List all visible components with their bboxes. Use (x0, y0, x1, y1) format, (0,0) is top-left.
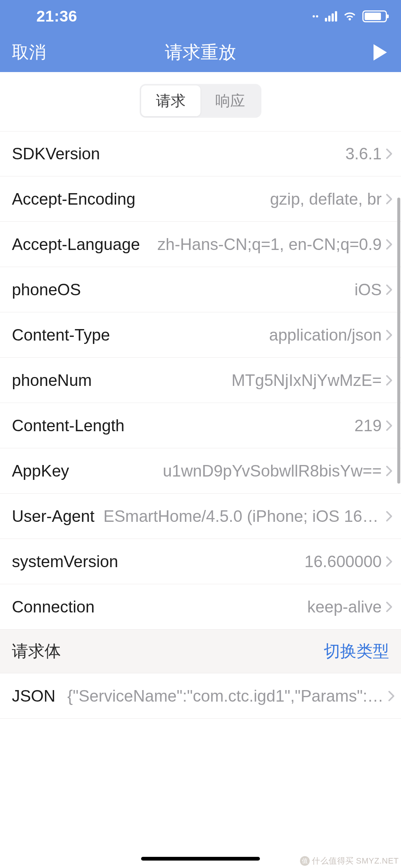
battery-icon (362, 10, 387, 22)
status-time: 21:36 (36, 7, 77, 25)
header-value: application/json (269, 326, 382, 344)
cancel-button[interactable]: 取消 (12, 41, 46, 64)
status-icons (313, 10, 387, 22)
header-key: Connection (12, 598, 104, 616)
watermark-badge-icon: 值 (300, 856, 310, 866)
dual-sim-dots-icon (313, 15, 318, 17)
header-key: Accept-Encoding (12, 190, 144, 208)
header-key: User-Agent (12, 507, 104, 526)
tab-response[interactable]: 响应 (200, 85, 260, 116)
header-value: keep-alive (307, 598, 382, 616)
header-key: Accept-Language (12, 235, 149, 254)
header-key: systemVersion (12, 552, 127, 571)
header-row[interactable]: SDKVersion3.6.1 (0, 131, 401, 176)
bottom-spacer (0, 719, 401, 868)
chevron-right-icon (382, 239, 397, 250)
body-section-header: 请求体 切换类型 (0, 630, 401, 673)
header-row[interactable]: phoneNumMTg5NjIxNjYwMzE= (0, 358, 401, 403)
header-value: zh-Hans-CN;q=1, en-CN;q=0.9 (157, 235, 382, 254)
page-title: 请求重放 (165, 40, 236, 64)
body-row-key: JSON (12, 687, 67, 705)
wifi-icon (342, 11, 357, 22)
status-bar: 21:36 (0, 0, 401, 33)
watermark-text: 什么值得买 (312, 855, 354, 867)
header-value: ESmartHome/4.5.0 (iPhone; iOS 16.6; S… (104, 507, 382, 526)
header-row[interactable]: Accept-Encodinggzip, deflate, br (0, 176, 401, 222)
chevron-right-icon (382, 329, 397, 341)
header-value: 16.600000 (304, 552, 382, 571)
tab-request[interactable]: 请求 (141, 85, 200, 116)
header-key: Content-Length (12, 416, 133, 435)
body-section-title: 请求体 (12, 640, 61, 662)
segmented-control: 请求 响应 (140, 84, 261, 118)
header-value: MTg5NjIxNjYwMzE= (231, 371, 382, 390)
chevron-right-icon (382, 375, 397, 386)
body-row[interactable]: JSON {"ServiceName":"com.ctc.igd1","Para… (0, 673, 401, 719)
cellular-signal-icon (325, 11, 337, 22)
chevron-right-icon (382, 420, 397, 431)
header-value: gzip, deflate, br (270, 190, 382, 208)
chevron-right-icon (382, 601, 397, 612)
scroll-indicator[interactable] (397, 198, 400, 484)
header-key: Content-Type (12, 326, 119, 344)
header-key: AppKey (12, 462, 78, 480)
chevron-right-icon (382, 284, 397, 295)
nav-bar: 取消 请求重放 (0, 33, 401, 72)
chevron-right-icon (382, 511, 397, 522)
header-row[interactable]: Content-Length219 (0, 403, 401, 448)
chevron-right-icon (386, 690, 401, 702)
play-icon (370, 43, 389, 62)
header-row[interactable]: Content-Typeapplication/json (0, 312, 401, 358)
header-key: SDKVersion (12, 144, 109, 163)
headers-list: SDKVersion3.6.1Accept-Encodinggzip, defl… (0, 131, 401, 630)
watermark-site: SMYZ.NET (356, 856, 399, 866)
chevron-right-icon (382, 465, 397, 477)
header-row[interactable]: AppKeyu1wnD9pYvSobwllR8bisYw== (0, 448, 401, 494)
header-key: phoneNum (12, 371, 101, 390)
header-row[interactable]: phoneOSiOS (0, 267, 401, 312)
header-row[interactable]: systemVersion16.600000 (0, 539, 401, 584)
segmented-control-wrap: 请求 响应 (0, 72, 401, 131)
chevron-right-icon (382, 148, 397, 159)
watermark: 值 什么值得买 SMYZ.NET (300, 855, 399, 867)
play-button[interactable] (370, 43, 389, 62)
header-row[interactable]: User-AgentESmartHome/4.5.0 (iPhone; iOS … (0, 494, 401, 539)
header-row[interactable]: Connectionkeep-alive (0, 584, 401, 630)
body-row-value: {"ServiceName":"com.ctc.igd1","Params":[… (67, 687, 386, 705)
header-value: 219 (355, 416, 382, 435)
switch-type-button[interactable]: 切换类型 (324, 640, 389, 662)
chevron-right-icon (382, 194, 397, 205)
chevron-right-icon (382, 556, 397, 567)
header-value: u1wnD9pYvSobwllR8bisYw== (163, 462, 382, 480)
header-value: iOS (355, 280, 382, 299)
header-row[interactable]: Accept-Languagezh-Hans-CN;q=1, en-CN;q=0… (0, 222, 401, 267)
header-key: phoneOS (12, 280, 90, 299)
home-indicator[interactable] (141, 857, 260, 861)
header-value: 3.6.1 (345, 144, 382, 163)
